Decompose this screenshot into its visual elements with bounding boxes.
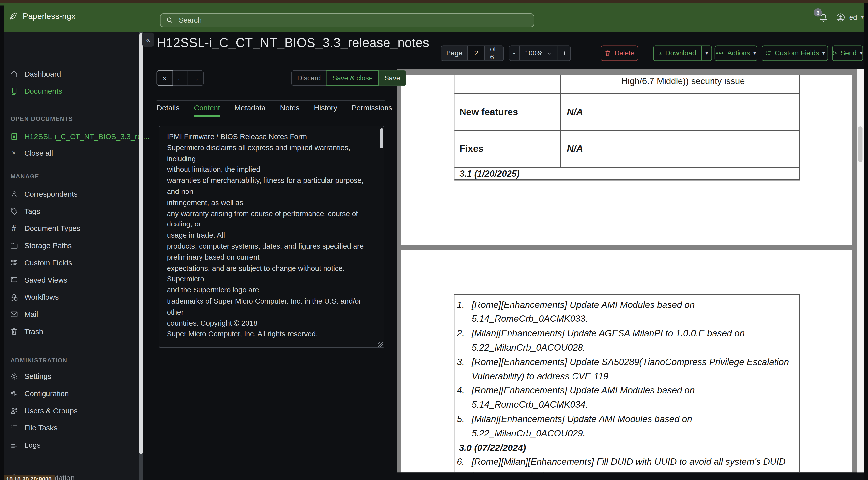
sidebar-item-configuration[interactable]: Configuration <box>9 387 69 400</box>
sidebar-item-trash[interactable]: Trash <box>9 325 43 338</box>
sidebar-item-document-types[interactable]: # Document Types <box>9 221 80 235</box>
sidebar-item-logs[interactable]: Logs <box>9 438 40 451</box>
next-document-button[interactable]: → <box>188 71 203 85</box>
table-footer-row: 3.1 (1/20/2025) <box>455 168 799 181</box>
sidebar-item-file-tasks[interactable]: File Tasks <box>9 421 57 434</box>
sidebar-item-workflows[interactable]: Workflows <box>9 290 59 303</box>
sidebar-scrollbar-thumb[interactable] <box>140 33 143 454</box>
sidebar-item-settings[interactable]: Settings <box>9 369 52 383</box>
release-notes-list-box: 1.[Rome][Enhancements] Update AMI Module… <box>454 294 800 472</box>
caret-down-icon: ▾ <box>706 51 708 56</box>
sidebar-collapse-button[interactable]: « <box>142 33 154 47</box>
sidebar-item-label: File Tasks <box>24 423 58 432</box>
fields-icon <box>9 259 18 267</box>
logs-icon <box>9 441 18 449</box>
save-button[interactable]: Save <box>379 70 406 86</box>
download-icon <box>659 50 662 57</box>
sidebar-item-label: Document Types <box>24 224 80 232</box>
discard-button[interactable]: Discard <box>291 70 327 86</box>
editor-nav-group: × ← → <box>157 70 204 86</box>
sidebar-item-saved-views[interactable]: Saved Views <box>9 273 67 286</box>
collapse-icon: « <box>146 35 150 44</box>
download-dropdown-toggle[interactable]: ▾ <box>702 46 711 61</box>
sidebar-item-tags[interactable]: Tags <box>9 204 40 218</box>
sidebar-item-storage-paths[interactable]: Storage Paths <box>9 239 71 252</box>
send-button[interactable]: Send ▾ <box>832 46 863 61</box>
tab-details[interactable]: Details <box>157 103 180 112</box>
delete-button[interactable]: Delete <box>600 46 638 61</box>
sidebar-item-label: Dashboard <box>24 69 61 78</box>
table-cell: New features <box>455 94 561 130</box>
close-all-label: Close all <box>24 149 53 157</box>
save-button-group: Discard Save & close Save <box>291 70 406 86</box>
tab-content[interactable]: Content <box>194 103 220 112</box>
sidebar-item-label: Mail <box>24 310 38 318</box>
sidebar-item-correspondents[interactable]: Correspondents <box>9 187 78 201</box>
tab-permissions[interactable]: Permissions <box>351 103 392 112</box>
sidebar-item-custom-fields[interactable]: Custom Fields <box>9 256 72 269</box>
sidebar-item-label: Saved Views <box>24 275 67 284</box>
pdf-page-1: High/6.7 Middle)) security issue New fea… <box>401 76 852 245</box>
sidebar-item-label: Documents <box>24 87 62 95</box>
pdf-page-2: 1.[Rome][Enhancements] Update AMI Module… <box>401 249 852 472</box>
documents-icon <box>9 87 18 95</box>
sidebar-item-label: Workflows <box>24 293 59 301</box>
tab-notes[interactable]: Notes <box>280 103 300 112</box>
list-item: 5.[Milan][Enhancements] Update AMI Modul… <box>455 412 799 441</box>
table-cell <box>455 76 561 93</box>
search-input[interactable] <box>178 15 505 25</box>
pdf-scrollbar-thumb[interactable] <box>858 126 862 162</box>
download-button[interactable]: Download ▾ <box>653 46 712 61</box>
tab-metadata[interactable]: Metadata <box>235 103 266 112</box>
user-menu[interactable]: ed ▾ <box>836 12 864 22</box>
tab-history[interactable]: History <box>314 103 337 112</box>
status-url-tooltip: 10.10.20.70:8000 <box>4 475 55 480</box>
list-item: 6.[Rome][Milan][Enhancements] Fill DUID … <box>455 455 799 472</box>
notifications-button[interactable]: 3 <box>819 12 828 22</box>
page-input-segment[interactable] <box>467 46 485 61</box>
page-total-label: of 6 <box>485 46 503 61</box>
zoom-level-select[interactable]: 100% <box>519 46 558 61</box>
zoom-level-value: 100% <box>525 49 542 57</box>
textarea-scrollbar-thumb[interactable] <box>380 128 383 148</box>
close-document-button[interactable]: × <box>157 70 173 86</box>
app-logo[interactable]: Paperless-ngx <box>9 11 75 20</box>
search-icon <box>166 16 173 23</box>
sidebar-item-open-document[interactable]: H12SSL-i_C_CT_NT_BIOS_3.3_rel... <box>9 130 149 143</box>
paperless-app: Paperless-ngx 3 ed ▾ Dashboard <box>0 0 868 480</box>
custom-fields-button[interactable]: Custom Fields ▾ <box>762 46 828 61</box>
sidebar-item-close-all[interactable]: × Close all <box>9 146 53 159</box>
zoom-control-group: - 100% + <box>509 46 571 61</box>
zoom-out-button[interactable]: - <box>509 46 519 61</box>
page-label: Page <box>441 46 467 61</box>
views-icon <box>9 275 18 284</box>
textarea-resize-handle[interactable] <box>378 342 383 347</box>
search-box[interactable] <box>160 13 534 27</box>
avatar-icon <box>836 12 845 22</box>
username: ed <box>849 13 858 22</box>
zoom-in-button[interactable]: + <box>558 46 571 61</box>
manage-header: MANAGE <box>10 173 39 179</box>
caret-down-icon: ▾ <box>823 51 825 56</box>
sidebar-item-dashboard[interactable]: Dashboard <box>9 67 61 80</box>
pdf-viewer[interactable]: High/6.7 Middle)) security issue New fea… <box>397 69 864 472</box>
page-number-input[interactable] <box>469 49 484 58</box>
list-item: 2.[Milan][Enhancements] Update AGESA Mil… <box>455 326 799 355</box>
sidebar-item-users-groups[interactable]: Users & Groups <box>9 404 78 417</box>
users-icon <box>9 406 18 415</box>
sidebar-item-mail[interactable]: Mail <box>9 307 38 321</box>
chevron-down-icon <box>547 50 553 56</box>
send-label: Send <box>840 49 857 57</box>
save-and-close-button[interactable]: Save & close <box>326 70 379 86</box>
custom-fields-label: Custom Fields <box>775 49 819 57</box>
actions-button[interactable]: ••• Actions ▾ <box>715 46 757 61</box>
page-title: H12SSL-i_C_CT_NT_BIOS_3.3_release_notes <box>157 35 429 51</box>
trash-icon <box>9 327 18 335</box>
previous-document-button[interactable]: ← <box>172 71 188 85</box>
sidebar-item-documents[interactable]: Documents <box>9 84 62 97</box>
send-icon <box>833 50 837 57</box>
tasks-icon <box>9 423 18 432</box>
table-row: High/6.7 Middle)) security issue <box>455 76 799 94</box>
open-documents-header: OPEN DOCUMENTS <box>10 115 73 122</box>
content-textarea[interactable]: IPMI Firmware / BIOS Release Notes Form … <box>159 126 384 348</box>
